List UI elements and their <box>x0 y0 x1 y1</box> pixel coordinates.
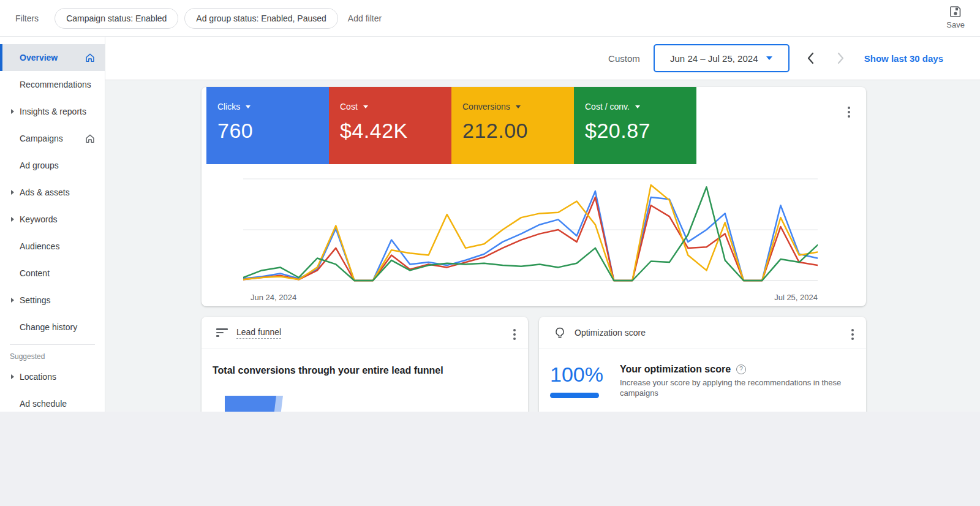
body-row: OverviewRecommendationsInsights & report… <box>0 37 980 412</box>
metric-card-cost-conv[interactable]: Cost / conv.$20.87 <box>574 87 696 164</box>
sidebar-item-ads-assets[interactable]: Ads & assets <box>0 179 105 206</box>
optimization-heading: Your optimization score <box>620 364 731 375</box>
filter-chip-ad-group-status[interactable]: Ad group status: Enabled, Paused <box>184 8 337 29</box>
dot <box>513 329 516 331</box>
sidebar-item-recommendations[interactable]: Recommendations <box>0 71 105 98</box>
sidebar-item-locations[interactable]: Locations <box>0 363 105 390</box>
date-range-value: Jun 24 – Jul 25, 2024 <box>670 53 758 64</box>
metric-label: Conversions <box>462 102 574 111</box>
optimization-card-title: Optimization score <box>575 328 646 338</box>
date-range-picker[interactable]: Jun 24 – Jul 25, 2024 <box>654 44 790 72</box>
sidebar-item-label: Campaigns <box>20 134 84 143</box>
sidebar-item-keywords[interactable]: Keywords <box>0 206 105 233</box>
google-ads-overview-app: Filters Campaign status: EnabledAd group… <box>0 0 980 412</box>
metric-value: 212.00 <box>462 119 574 143</box>
dot <box>848 115 850 118</box>
optimization-score-progress-bar <box>550 393 599 398</box>
lead-funnel-subtitle: Total conversions through your entire le… <box>213 365 513 376</box>
metric-value: $20.87 <box>585 119 696 143</box>
save-button-label: Save <box>946 20 965 29</box>
next-period-button[interactable] <box>832 50 848 66</box>
sidebar-item-label: Audiences <box>20 241 96 251</box>
optimization-card-header: Optimization score <box>539 317 866 349</box>
performance-overview-card: Clicks760Cost$4.42KConversions212.00Cost… <box>202 87 866 306</box>
lead-funnel-card-header: Lead funnel <box>202 317 528 349</box>
sidebar-item-ad-groups[interactable]: Ad groups <box>0 152 105 179</box>
metric-label: Cost / conv. <box>585 102 696 111</box>
metric-card-clicks[interactable]: Clicks760 <box>206 87 329 164</box>
metric-dropdown-caret-icon[interactable] <box>363 105 368 108</box>
add-filter-button[interactable]: Add filter <box>348 13 382 23</box>
sidebar-main-items: OverviewRecommendationsInsights & report… <box>0 44 105 341</box>
metric-card-cost[interactable]: Cost$4.42K <box>329 87 451 164</box>
dot <box>851 338 854 340</box>
sidebar-item-overview[interactable]: Overview <box>0 44 105 71</box>
date-mode-label: Custom <box>608 53 640 64</box>
filter-chip-campaign-status[interactable]: Campaign status: Enabled <box>55 8 178 29</box>
metric-dropdown-caret-icon[interactable] <box>246 105 251 108</box>
metric-label: Cost <box>340 102 451 111</box>
optimization-description: Increase your score by applying the reco… <box>620 377 851 398</box>
trend-chart-svg <box>243 169 818 292</box>
sidebar-item-change-history[interactable]: Change history <box>0 314 105 341</box>
help-icon[interactable]: ? <box>736 364 746 374</box>
overview-card-menu-button[interactable] <box>844 103 854 121</box>
optimization-text-column: Your optimization score ? Increase your … <box>620 363 851 398</box>
dashboard-canvas: Clicks760Cost$4.42KConversions212.00Cost… <box>105 80 980 412</box>
dot <box>851 333 854 336</box>
metric-card-conversions[interactable]: Conversions212.00 <box>451 87 574 164</box>
optimization-body: 100% Your optimization score ? Increase … <box>539 349 866 398</box>
chevron-right-icon <box>834 50 847 66</box>
sidebar-item-label: Change history <box>20 322 96 332</box>
show-last-30-days-link[interactable]: Show last 30 days <box>864 53 943 64</box>
expand-arrow-icon[interactable] <box>11 190 14 195</box>
date-caret-icon <box>766 56 772 60</box>
main-area: Custom Jun 24 – Jul 25, 2024 Show last 3… <box>105 37 980 412</box>
sidebar-nav: OverviewRecommendationsInsights & report… <box>0 37 105 412</box>
page-bottom-empty-area <box>0 412 980 506</box>
metric-value: $4.42K <box>340 119 451 143</box>
sidebar-item-label: Content <box>20 268 96 278</box>
expand-arrow-icon[interactable] <box>11 217 14 222</box>
sidebar-item-campaigns[interactable]: Campaigns <box>0 125 105 152</box>
save-button[interactable]: Save <box>946 5 965 29</box>
previous-period-button[interactable] <box>803 50 819 66</box>
expand-arrow-icon[interactable] <box>11 298 14 303</box>
expand-arrow-icon[interactable] <box>11 374 14 379</box>
lead-funnel-card: Lead funnel Total conversions through yo… <box>202 317 528 412</box>
lightbulb-icon <box>554 327 566 339</box>
sidebar-suggested-items: LocationsAd schedule <box>0 363 105 417</box>
x-axis-start-label: Jun 24, 2024 <box>251 293 296 302</box>
home-icon <box>84 51 96 64</box>
filters-label: Filters <box>15 13 39 23</box>
sidebar-item-label: Recommendations <box>20 80 96 89</box>
sidebar-section-suggested: Suggested <box>0 346 105 363</box>
metric-dropdown-caret-icon[interactable] <box>635 105 640 108</box>
funnel-icon <box>216 328 228 337</box>
sidebar-item-audiences[interactable]: Audiences <box>0 233 105 260</box>
optimization-menu-button[interactable] <box>848 325 858 344</box>
dot <box>851 329 854 331</box>
sidebar-item-label: Ad groups <box>20 160 96 170</box>
filter-chip-row: Campaign status: EnabledAd group status:… <box>55 8 338 29</box>
sidebar-item-insights-reports[interactable]: Insights & reports <box>0 98 105 125</box>
sidebar-item-label: Locations <box>20 372 96 382</box>
metric-dropdown-caret-icon[interactable] <box>516 105 521 108</box>
dot <box>513 333 516 336</box>
dot <box>848 111 850 113</box>
sidebar-item-label: Ad schedule <box>20 399 96 409</box>
metric-label: Clicks <box>217 102 329 111</box>
sidebar-item-ad-schedule[interactable]: Ad schedule <box>0 390 105 417</box>
lead-funnel-menu-button[interactable] <box>510 325 519 344</box>
sidebar-item-settings[interactable]: Settings <box>0 287 105 314</box>
trend-line-cost-conv <box>243 187 818 281</box>
date-range-bar: Custom Jun 24 – Jul 25, 2024 Show last 3… <box>105 37 980 80</box>
expand-arrow-icon[interactable] <box>11 109 14 114</box>
funnel-top-stage-bar <box>225 396 276 412</box>
sidebar-item-content[interactable]: Content <box>0 260 105 287</box>
sidebar-item-label: Keywords <box>20 214 96 224</box>
optimization-score-card: Optimization score 100% Your optimizatio… <box>539 317 866 412</box>
dot <box>513 338 516 340</box>
lead-funnel-title[interactable]: Lead funnel <box>236 327 281 339</box>
metric-value: 760 <box>217 119 329 143</box>
